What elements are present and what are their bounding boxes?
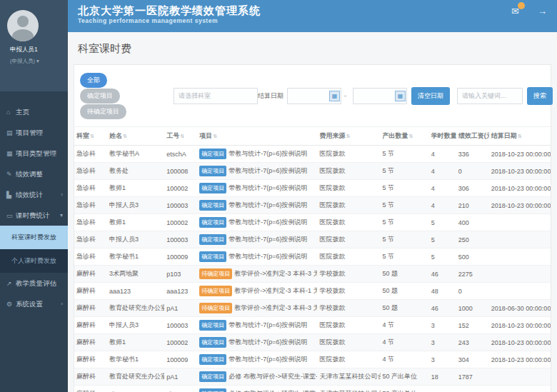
submenu: 科室课时费发放个人课时费发放 [0,226,68,273]
dept-cell: 急诊科 [74,231,107,248]
column-header-5[interactable]: 产出数量⇅ [381,127,429,146]
project-cell: 确定项目带教与统计-7(p=6)按例说明 [197,317,317,334]
table-row: 急诊科申报人员3100003确定项目带教与统计-7(p=6)按例说明医院拨款5 … [74,197,551,214]
sort-icon[interactable]: ⇅ [213,134,217,139]
output-cell: 50 产出单位 [381,386,429,392]
date-cell: 2018-10-23 00:00:00 [489,146,551,163]
sidebar-item-2[interactable]: ▦项目类型管理 [0,143,68,164]
column-header-3[interactable]: 项目⇅ [197,127,317,146]
column-header-8[interactable]: 结算日期⇅ [489,127,551,146]
table-row: 急诊科教务处100008确定项目带教与统计-7(p=6)按例说明医院拨款5 节4… [74,163,551,180]
topbar-icons: ✉ → [511,6,547,16]
date-cell [489,231,551,248]
message-icon[interactable]: ✉ [511,6,519,16]
dept-cell: 急诊科 [74,180,107,197]
calendar-icon[interactable]: ▦ [395,91,406,101]
project-name: 带教与统计-7(p=6)按例说明 [229,338,307,346]
id-cell: p103 [164,266,197,283]
filter-pill-1[interactable]: 确定项目 [80,89,120,104]
table-row: 麻醉科aaa123aaa123待确定项目教学评价->准判定-3 本科-1 无操作… [74,283,551,300]
user-name: 申报人员1 [10,46,39,54]
chevron-icon: › [61,184,63,205]
sort-icon[interactable]: ⇅ [346,134,350,139]
id-cell: etschA [164,146,197,163]
source-cell: 医院拨款 [317,334,380,351]
sort-icon[interactable]: ⇅ [180,134,184,139]
date-cell: 2018-10-23 00:00:00 [489,197,551,214]
project-cell: 确定项目带教与统计-7(p=6)按例说明 [197,197,317,214]
column-header-2[interactable]: 工号⇅ [164,127,197,146]
department-input[interactable] [174,88,258,104]
sidebar-item-5[interactable]: ▭课时费统计▾ [0,205,68,226]
date-cell: 2018-10-23 00:00:00 [489,334,551,351]
sidebar-item-label: 绩效调整 [16,170,43,178]
column-header-0[interactable]: 科室⇅ [74,127,107,146]
app-subtitle: Teaching performance management system [78,17,548,24]
clear-date-button[interactable]: 清空日期 [411,87,450,105]
project-type-badge: 确定项目 [199,149,226,159]
hours-cell: 3 [429,334,456,351]
date-cell [489,386,551,392]
sidebar-item-1[interactable]: ▤项目管理 [0,122,68,143]
date-range-label: 结算日期 [258,91,283,101]
calendar-icon[interactable]: ▦ [329,91,340,101]
filter-pill-0[interactable]: 全部 [80,73,107,88]
project-name: 带教与统计-7(p=6)按例说明 [229,184,307,191]
column-header-7[interactable]: 绩效工资(元)⇅ [456,127,489,146]
column-label: 姓名 [109,132,122,139]
project-type-badge: 确定项目 [199,371,226,382]
sidebar-item-4[interactable]: ▙绩效统计› [0,184,68,205]
project-name: 必修 布教与评价->研究生-课堂-教师 [229,373,317,380]
pay-cell: 1787 [456,386,489,392]
submenu-item-1[interactable]: 个人课时费发放 [0,249,68,273]
sidebar-item-0[interactable]: ⌂主页 [0,101,68,122]
user-role-dropdown[interactable]: (申报人员) ▾ [10,58,39,65]
output-cell: 4 节 [381,351,429,368]
date-cell: 2018-10-23 00:00:00 [489,317,551,334]
grid-icon: ▦ [6,144,16,164]
hours-cell: 3 [429,317,456,334]
source-cell: 医院拨款 [317,163,380,180]
hours-cell: 4 [429,163,456,180]
column-header-1[interactable]: 姓名⇅ [107,127,164,146]
source-cell: 医院拨款 [317,248,380,266]
sidebar: 申报人员1 (申报人员) ▾ ⌂主页▤项目管理▦项目类型管理✎绩效调整▙绩效统计… [0,0,68,392]
dept-cell: 麻醉科 [74,266,107,283]
sidebar-item-7[interactable]: ⚙系统设置› [0,293,68,314]
filter-pill-2[interactable]: 待确定项目 [80,104,126,119]
id-cell: siaa123 [164,386,197,392]
sidebar-item-6[interactable]: ↗教学质量评估 [0,273,68,293]
date-cell: 2018-10-23 00:00:00 [489,180,551,197]
hours-cell: 5 [429,214,456,231]
table-row: 麻醉科教师1100002确定项目带教与统计-7(p=6)按例说明医院拨款4 节3… [74,334,551,351]
project-type-badge: 待确定项目 [199,268,232,279]
sort-icon[interactable]: ⇅ [90,134,94,139]
source-cell: 医院拨款 [317,231,380,248]
keyword-search-input[interactable] [457,88,523,104]
id-cell: 100002 [164,334,197,351]
hours-cell: 4 [429,197,456,214]
date-cell: 2018-06-30 00:00:00 [489,300,551,317]
logout-icon[interactable]: → [538,6,547,16]
main-content: 科室课时费 全部确定项目待确定项目 结算日期 ▦ - ▦ 清空日期 搜索 [68,32,557,392]
sidebar-item-3[interactable]: ✎绩效调整 [0,164,68,184]
submenu-item-0[interactable]: 科室课时费发放 [0,226,68,249]
column-header-4[interactable]: 费用来源⇅ [317,127,380,146]
chart-icon: ▙ [6,185,16,206]
name-cell: 申报人员3 [107,197,164,214]
dept-cell: 急诊科 [74,197,107,214]
pay-cell: 0 [456,283,489,300]
hours-cell: 46 [429,300,456,317]
page-title: 科室课时费 [68,32,557,64]
sort-icon[interactable]: ⇅ [123,134,127,139]
pay-cell: 336 [456,146,489,163]
search-button[interactable]: 搜索 [527,87,553,105]
sort-icon[interactable]: ⇅ [409,134,413,139]
project-name: 教学评价->准判定-3 本科-3 无操作人 [234,304,317,311]
column-header-6[interactable]: 学时数量⇅ [429,127,456,146]
table-row: 麻醉科教育处研究生办公室ApA1待确定项目教学评价->准判定-3 本科-3 无操… [74,300,551,317]
project-type-badge: 确定项目 [199,354,226,365]
sort-icon[interactable]: ⇅ [518,134,522,139]
pay-cell: 500 [456,248,489,266]
source-cell: 天津市某某科技公司合作项目 [317,368,380,386]
